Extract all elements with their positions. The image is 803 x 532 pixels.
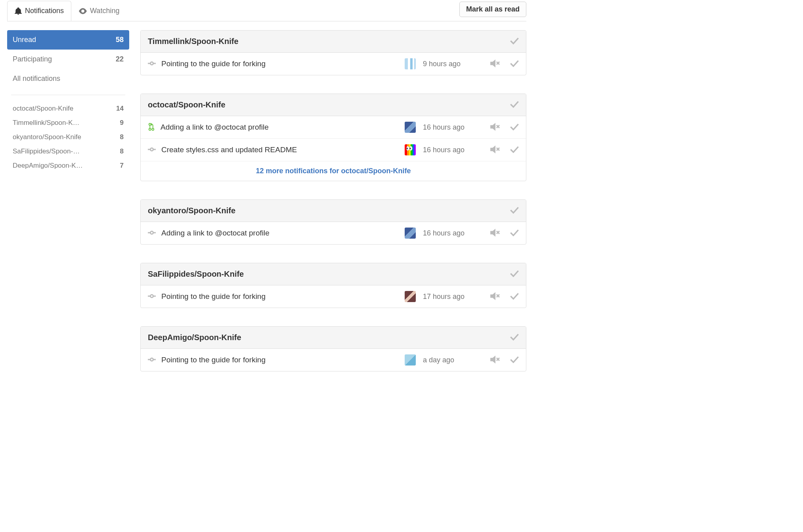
mark-read-button[interactable] (510, 146, 519, 154)
mute-button[interactable] (490, 292, 501, 301)
notification-subject[interactable]: Adding a link to @octocat profile (161, 123, 269, 132)
avatar[interactable] (405, 354, 416, 366)
mark-read-button[interactable] (510, 293, 519, 301)
filter-count: 22 (116, 55, 124, 63)
mute-icon (490, 59, 501, 69)
filter-label: Participating (13, 55, 52, 63)
notification-row[interactable]: Create styles.css and updated README16 h… (141, 139, 526, 161)
mark-all-as-read-button[interactable]: Mark all as read (459, 2, 526, 17)
avatar[interactable] (405, 122, 416, 133)
mute-icon (490, 145, 501, 155)
check-icon (510, 123, 519, 132)
repo-name: octocat/Spoon-Knife (13, 105, 73, 113)
group-header: okyantoro/Spoon-Knife (141, 200, 526, 222)
mute-icon (490, 229, 501, 238)
mark-group-read-button[interactable] (510, 207, 519, 215)
tab-label: Notifications (25, 7, 64, 15)
mark-group-read-button[interactable] (510, 101, 519, 109)
sidebar-repo-filter[interactable]: Timmellink/Spoon-K…9 (7, 116, 129, 130)
notification-row[interactable]: Pointing to the guide for forking9 hours… (141, 53, 526, 75)
tab-notifications[interactable]: Notifications (7, 1, 71, 21)
group-title[interactable]: Timmellink/Spoon-Knife (148, 37, 239, 46)
commit-icon (148, 229, 156, 237)
check-icon (510, 146, 519, 154)
svg-point-15 (150, 358, 153, 361)
filter-unread[interactable]: Unread 58 (7, 30, 129, 50)
svg-point-9 (150, 231, 153, 234)
filter-participating[interactable]: Participating 22 (7, 50, 129, 69)
more-notifications-link[interactable]: 12 more notifications for octocat/Spoon-… (141, 161, 526, 181)
group-header: octocat/Spoon-Knife (141, 94, 526, 116)
notification-subject[interactable]: Adding a link to @octocat profile (161, 229, 270, 237)
mark-read-button[interactable] (510, 229, 519, 237)
tab-watching[interactable]: Watching (71, 1, 127, 21)
check-icon (510, 333, 519, 342)
mute-button[interactable] (490, 145, 501, 155)
mute-icon (490, 292, 501, 301)
svg-point-0 (150, 62, 153, 65)
repo-count: 7 (120, 162, 124, 170)
notification-row[interactable]: Pointing to the guide for forking17 hour… (141, 285, 526, 308)
commit-icon (148, 356, 156, 364)
notification-row[interactable]: Pointing to the guide for forkinga day a… (141, 349, 526, 371)
notification-subject[interactable]: Pointing to the guide for forking (161, 292, 266, 301)
repo-count: 8 (120, 147, 124, 155)
repo-count: 8 (120, 133, 124, 141)
avatar[interactable] (405, 144, 416, 155)
group-title[interactable]: okyantoro/Spoon-Knife (148, 206, 235, 215)
avatar[interactable] (405, 228, 416, 239)
eye-icon (79, 8, 87, 14)
mute-button[interactable] (490, 356, 501, 365)
mute-button[interactable] (490, 229, 501, 238)
repo-count: 14 (116, 105, 124, 113)
avatar[interactable] (405, 291, 416, 302)
mark-group-read-button[interactable] (510, 333, 519, 342)
pull-request-icon (148, 123, 155, 132)
repo-name: Timmellink/Spoon-K… (13, 119, 79, 127)
sidebar-repo-filter[interactable]: okyantoro/Spoon-Knife8 (7, 130, 129, 144)
mute-button[interactable] (490, 123, 501, 132)
svg-point-5 (152, 128, 154, 130)
notification-time: 9 hours ago (423, 60, 486, 68)
notification-subject[interactable]: Pointing to the guide for forking (161, 59, 266, 68)
group-title[interactable]: SaFilippides/Spoon-Knife (148, 270, 244, 279)
sidebar-repo-filter[interactable]: SaFilippides/Spoon-…8 (7, 144, 129, 159)
group-title[interactable]: DeepAmigo/Spoon-Knife (148, 333, 241, 342)
notification-group: DeepAmigo/Spoon-KnifePointing to the gui… (140, 326, 526, 371)
mute-icon (490, 356, 501, 365)
notification-group: Timmellink/Spoon-KnifePointing to the gu… (140, 30, 526, 75)
repo-name: SaFilippides/Spoon-… (13, 147, 80, 155)
notification-row[interactable]: Adding a link to @octocat profile16 hour… (141, 116, 526, 139)
notification-group: okyantoro/Spoon-KnifeAdding a link to @o… (140, 199, 526, 245)
filter-all-notifications[interactable]: All notifications (7, 69, 129, 88)
mute-icon (490, 123, 501, 132)
mark-group-read-button[interactable] (510, 270, 519, 278)
group-header: SaFilippides/Spoon-Knife (141, 263, 526, 285)
check-icon (510, 60, 519, 68)
notification-time: a day ago (423, 356, 486, 364)
notification-subject[interactable]: Create styles.css and updated README (161, 145, 297, 154)
notification-time: 17 hours ago (423, 293, 486, 301)
group-title[interactable]: octocat/Spoon-Knife (148, 100, 226, 109)
notification-time: 16 hours ago (423, 229, 486, 237)
notification-row[interactable]: Adding a link to @octocat profile16 hour… (141, 222, 526, 244)
avatar[interactable] (405, 58, 416, 69)
check-icon (510, 101, 519, 109)
mark-group-read-button[interactable] (510, 37, 519, 46)
tab-label: Watching (90, 7, 119, 15)
mute-button[interactable] (490, 59, 501, 69)
mark-read-button[interactable] (510, 356, 519, 364)
notification-group: SaFilippides/Spoon-KnifePointing to the … (140, 263, 526, 308)
mark-read-button[interactable] (510, 123, 519, 132)
filter-label: All notifications (13, 75, 60, 83)
commit-icon (148, 60, 156, 68)
check-icon (510, 229, 519, 237)
notification-time: 16 hours ago (423, 123, 486, 132)
group-header: Timmellink/Spoon-Knife (141, 31, 526, 53)
mark-read-button[interactable] (510, 60, 519, 68)
repo-name: DeepAmigo/Spoon-K… (13, 162, 83, 170)
sidebar-repo-filter[interactable]: octocat/Spoon-Knife14 (7, 101, 129, 116)
sidebar-repo-filter[interactable]: DeepAmigo/Spoon-K…7 (7, 159, 129, 173)
filter-count: 58 (116, 36, 124, 44)
notification-subject[interactable]: Pointing to the guide for forking (161, 356, 266, 364)
